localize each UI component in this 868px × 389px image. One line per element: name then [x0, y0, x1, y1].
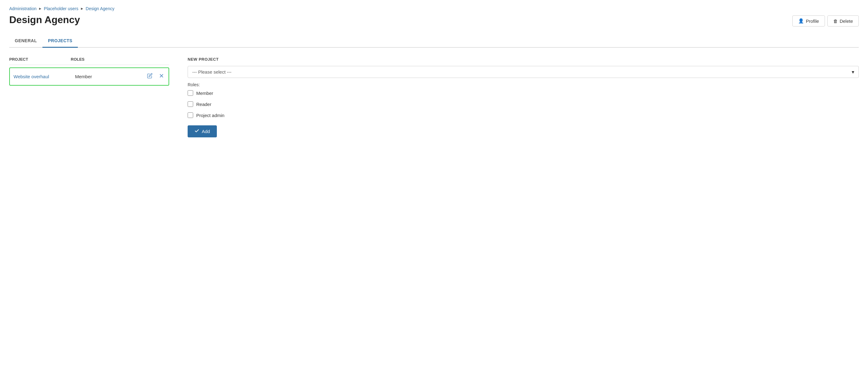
- tab-projects[interactable]: PROJECTS: [42, 35, 78, 48]
- breadcrumb-placeholder-users[interactable]: Placeholder users: [44, 6, 79, 11]
- role-member-item[interactable]: Member: [188, 90, 859, 96]
- project-name-link[interactable]: Website overhaul: [13, 74, 75, 79]
- new-project-title: NEW PROJECT: [188, 57, 859, 62]
- col-project-header: PROJECT: [9, 57, 71, 62]
- role-reader-label: Reader: [196, 102, 211, 107]
- project-select[interactable]: --- Please select ---: [188, 66, 859, 78]
- project-actions: [147, 73, 165, 81]
- project-role: Member: [75, 74, 147, 79]
- role-member-label: Member: [196, 90, 213, 96]
- role-member-checkbox[interactable]: [188, 90, 193, 96]
- page-header: Design Agency 👤 Profile 🗑 Delete: [9, 14, 859, 27]
- trash-icon: 🗑: [833, 19, 838, 24]
- breadcrumb-sep-2: ►: [80, 6, 84, 11]
- breadcrumb-administration[interactable]: Administration: [9, 6, 37, 11]
- add-button[interactable]: Add: [188, 126, 217, 137]
- tab-general[interactable]: GENERAL: [9, 35, 42, 48]
- add-label: Add: [202, 129, 210, 134]
- delete-button[interactable]: 🗑 Delete: [828, 16, 859, 27]
- profile-label: Profile: [806, 19, 819, 24]
- page-title: Design Agency: [9, 14, 80, 26]
- person-icon: 👤: [798, 18, 804, 24]
- role-reader-item[interactable]: Reader: [188, 101, 859, 107]
- roles-checkbox-group: Member Reader Project admin: [188, 90, 859, 118]
- edit-project-button[interactable]: [147, 73, 153, 81]
- remove-project-button[interactable]: [158, 73, 165, 81]
- table-header: PROJECT ROLES: [9, 57, 169, 65]
- right-panel: NEW PROJECT --- Please select --- ▼ Role…: [188, 57, 859, 137]
- project-select-wrapper: --- Please select --- ▼: [188, 66, 859, 78]
- left-panel: PROJECT ROLES Website overhaul Member: [9, 57, 169, 137]
- breadcrumb-sep-1: ►: [38, 6, 42, 11]
- tabs-bar: GENERAL PROJECTS: [9, 35, 859, 48]
- table-row: Website overhaul Member: [9, 67, 169, 86]
- roles-label: Roles:: [188, 82, 859, 87]
- profile-button[interactable]: 👤 Profile: [792, 16, 825, 27]
- content-area: PROJECT ROLES Website overhaul Member: [9, 57, 859, 137]
- header-actions: 👤 Profile 🗑 Delete: [792, 16, 859, 27]
- role-reader-checkbox[interactable]: [188, 101, 193, 107]
- checkmark-icon: [194, 129, 199, 134]
- delete-label: Delete: [840, 19, 853, 24]
- col-roles-header: ROLES: [71, 57, 169, 62]
- role-project-admin-label: Project admin: [196, 113, 224, 118]
- breadcrumb-current: Design Agency: [86, 6, 115, 11]
- pencil-icon: [147, 73, 153, 80]
- role-project-admin-checkbox[interactable]: [188, 112, 193, 118]
- x-icon: [159, 73, 164, 80]
- breadcrumb: Administration ► Placeholder users ► Des…: [9, 6, 859, 11]
- role-project-admin-item[interactable]: Project admin: [188, 112, 859, 118]
